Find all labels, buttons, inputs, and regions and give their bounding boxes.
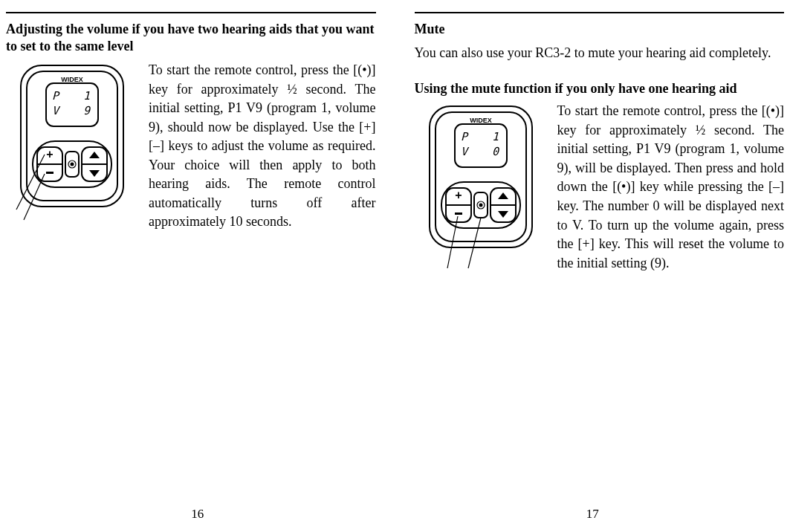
top-rule-right xyxy=(415,12,785,13)
svg-point-9 xyxy=(71,163,74,166)
page-number-left: 16 xyxy=(0,507,395,522)
page-right: Mute You can also use your RC3-2 to mute… xyxy=(395,9,791,532)
p-value-left: 1 xyxy=(83,89,90,103)
top-rule xyxy=(6,12,376,13)
v-value-left: 9 xyxy=(83,104,91,117)
svg-text:+: + xyxy=(455,189,462,201)
heading-left: Adjusting the volume if you have two hea… xyxy=(6,21,376,55)
heading-right: Mute xyxy=(415,21,785,38)
body-text-left: To start the remote control, press the [… xyxy=(149,61,376,232)
intro-right: You can also use your RC3-2 to mute your… xyxy=(415,44,785,62)
svg-point-25 xyxy=(479,204,482,207)
subheading-right: Using the mute function if you only have… xyxy=(415,80,785,97)
svg-marker-13 xyxy=(89,170,100,177)
page-number-right: 17 xyxy=(395,507,791,522)
p-label-right: P xyxy=(461,130,469,143)
svg-marker-28 xyxy=(498,192,508,199)
svg-marker-29 xyxy=(498,211,508,218)
p-value-right: 1 xyxy=(492,130,499,143)
brand-text-left: WIDEX xyxy=(61,76,83,83)
svg-line-31 xyxy=(468,218,481,268)
content-row-left: WIDEX P 1 V 9 + xyxy=(6,61,376,232)
device-illustration-right: WIDEX P 1 V 0 + xyxy=(415,102,545,273)
svg-rect-0 xyxy=(21,65,123,207)
page-left: Adjusting the volume if you have two hea… xyxy=(0,9,395,532)
brand-text-right: WIDEX xyxy=(470,117,492,124)
svg-rect-16 xyxy=(430,106,532,247)
body-text-right: To start the remote control, press the [… xyxy=(557,102,785,273)
v-value-right: 0 xyxy=(492,145,500,158)
svg-marker-12 xyxy=(89,152,100,158)
p-label-left: P xyxy=(52,89,60,103)
device-illustration-left: WIDEX P 1 V 9 + xyxy=(6,61,137,232)
content-row-right: WIDEX P 1 V 0 + xyxy=(415,102,785,273)
v-label-right: V xyxy=(461,145,470,158)
v-label-left: V xyxy=(52,104,61,117)
svg-rect-23 xyxy=(455,213,462,215)
svg-rect-7 xyxy=(46,172,54,174)
svg-text:+: + xyxy=(46,148,53,160)
